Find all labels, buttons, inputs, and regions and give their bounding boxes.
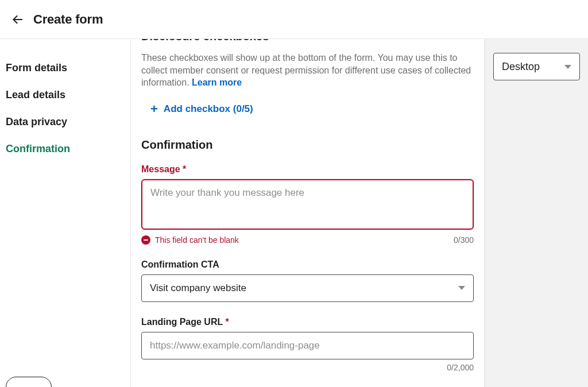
disclosure-section-title: Disclosure checkboxes <box>141 39 474 46</box>
disclosure-description: These checkboxes will show up at the bot… <box>141 52 474 89</box>
cta-select[interactable]: Visit company website <box>141 274 474 302</box>
sidebar-item-lead-details[interactable]: Lead details <box>6 84 125 111</box>
sidebar-item-data-privacy[interactable]: Data privacy <box>6 111 125 138</box>
arrow-left-icon <box>11 13 25 26</box>
back-button[interactable] <box>10 12 25 27</box>
main-content: Disclosure checkboxes These checkboxes w… <box>131 39 485 387</box>
device-preview-select[interactable]: Desktop <box>493 53 580 80</box>
landing-url-label: Landing Page URL * <box>141 317 474 327</box>
form-steps-sidebar: Form details Lead details Data privacy C… <box>0 39 131 387</box>
device-selected-value: Desktop <box>502 61 540 73</box>
preview-pane: Desktop <box>485 39 588 387</box>
chevron-down-icon <box>458 286 465 290</box>
sidebar-item-form-details[interactable]: Form details <box>6 57 125 84</box>
message-counter: 0/300 <box>454 235 474 245</box>
confirmation-section-title: Confirmation <box>141 138 474 152</box>
plus-icon: + <box>150 103 158 115</box>
footer-button-fragment[interactable] <box>6 377 52 387</box>
add-checkbox-button[interactable]: + Add checkbox (0/5) <box>150 103 474 115</box>
add-checkbox-label: Add checkbox (0/5) <box>164 103 253 115</box>
cta-label: Confirmation CTA <box>141 260 474 270</box>
landing-url-input[interactable] <box>141 332 474 359</box>
chevron-down-icon <box>564 65 571 69</box>
page-title: Create form <box>33 12 103 27</box>
landing-url-counter: 0/2,000 <box>141 363 474 372</box>
learn-more-link[interactable]: Learn more <box>192 78 242 87</box>
error-icon <box>141 235 150 245</box>
page-header: Create form <box>0 0 588 39</box>
sidebar-item-confirmation[interactable]: Confirmation <box>6 138 125 165</box>
message-textarea[interactable] <box>141 179 474 230</box>
cta-selected-value: Visit company website <box>150 282 246 294</box>
message-error: This field can't be blank <box>141 235 239 245</box>
message-label: Message * <box>141 164 474 175</box>
